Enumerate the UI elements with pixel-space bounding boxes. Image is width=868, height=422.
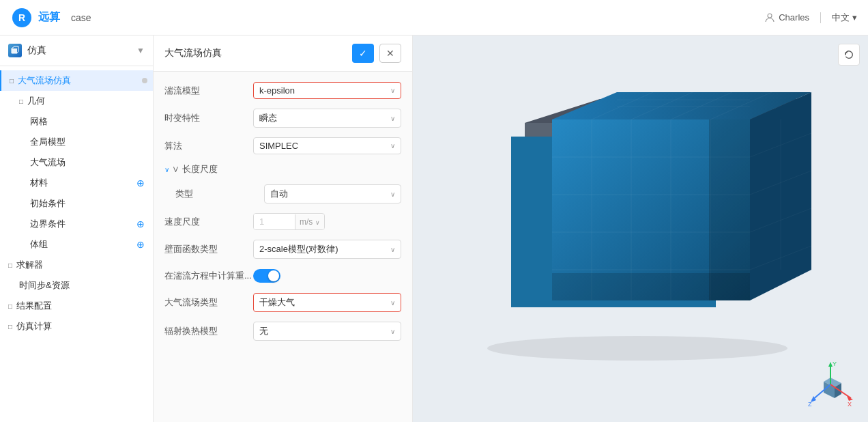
sidebar-item-init-cond[interactable]: 初始条件 — [0, 193, 153, 214]
velocity-input[interactable] — [254, 214, 295, 229]
field-control-velocity: m/s ∨ — [253, 213, 401, 230]
panel-header: 大气流场仿真 ✓ ✕ — [154, 36, 412, 72]
sidebar-header: 仿真 ▼ — [0, 36, 153, 66]
wall-func-value: 2-scale模型(对数律) — [259, 243, 338, 255]
sidebar-item-label: 体组 — [30, 238, 48, 251]
sidebar-item-atm-flow[interactable]: 大气流场 — [0, 152, 153, 173]
field-label-turbulence: 湍流模型 — [164, 85, 253, 97]
section-label-text: ∨ 长度尺度 — [172, 163, 218, 175]
confirm-button[interactable]: ✓ — [352, 44, 374, 63]
expand-icon: □ — [10, 77, 14, 85]
sidebar-item-body-group[interactable]: 体组 ⊕ — [0, 234, 153, 255]
add-boundary-icon[interactable]: ⊕ — [136, 219, 145, 229]
case-label: case — [71, 12, 91, 23]
length-scale-section[interactable]: ∨ ∨ 长度尺度 — [154, 159, 412, 180]
turbulence-toggle[interactable] — [253, 269, 280, 283]
select-arrow-icon: ∨ — [390, 191, 395, 198]
field-label-calc-turbulence: 在湍流方程中计算重... — [164, 270, 253, 282]
topbar: R 远算 case Charles 中文 ▾ — [0, 0, 868, 36]
sidebar-item-sim-calc[interactable]: □ 仿真计算 — [0, 316, 153, 337]
sidebar-item-material[interactable]: 材料 ⊕ — [0, 173, 153, 193]
field-radiation: 辐射换热模型 无 ∨ — [154, 317, 412, 346]
sidebar-header-icon — [8, 44, 22, 57]
logo-icon: R — [11, 7, 33, 29]
add-body-group-icon[interactable]: ⊕ — [136, 239, 145, 250]
velocity-unit: m/s ∨ — [295, 214, 324, 229]
field-control-atm-type: 干燥大气 ∨ — [253, 293, 401, 312]
algorithm-select[interactable]: SIMPLEC ∨ — [253, 137, 401, 154]
field-control-algorithm: SIMPLEC ∨ — [253, 137, 401, 154]
expand-icon: □ — [19, 98, 23, 105]
field-atm-type: 大气流场类型 干燥大气 ∨ — [154, 288, 412, 317]
field-control-radiation: 无 ∨ — [253, 322, 401, 341]
atm-type-select[interactable]: 干燥大气 ∨ — [253, 293, 401, 312]
refresh-button[interactable] — [838, 44, 860, 66]
select-arrow-icon: ∨ — [390, 328, 395, 335]
svg-rect-3 — [12, 48, 17, 53]
refresh-icon — [843, 49, 854, 60]
sidebar-item-mesh[interactable]: 网格 — [0, 111, 153, 132]
sidebar-title: 仿真 — [27, 44, 131, 57]
add-material-icon[interactable]: ⊕ — [136, 178, 145, 188]
field-label-algorithm: 算法 — [164, 140, 253, 152]
cube-icon — [10, 46, 20, 55]
sidebar-item-boundary[interactable]: 边界条件 ⊕ — [0, 214, 153, 234]
field-label-wall-func: 壁面函数类型 — [164, 243, 253, 255]
panel-title: 大气流场仿真 — [164, 47, 222, 59]
type-value: 自动 — [270, 188, 288, 200]
turbulence-model-value: k-epsilon — [259, 85, 295, 96]
cancel-button[interactable]: ✕ — [379, 44, 401, 63]
field-label-atm-type: 大气流场类型 — [164, 296, 253, 309]
sidebar-item-atm-sim[interactable]: □ 大气流场仿真 — [0, 70, 153, 91]
expand-icon: □ — [8, 262, 12, 269]
field-wall-func: 壁面函数类型 2-scale模型(对数律) ∨ — [154, 235, 412, 264]
sidebar-item-label: 求解器 — [16, 259, 43, 271]
user-info[interactable]: Charles — [764, 12, 809, 24]
time-char-select[interactable]: 瞬态 ∨ — [253, 109, 401, 128]
radiation-select[interactable]: 无 ∨ — [253, 322, 401, 341]
sidebar-item-label: 全局模型 — [30, 136, 66, 148]
select-arrow-icon: ∨ — [390, 115, 395, 122]
language-selector[interactable]: 中文 ▾ — [832, 12, 857, 24]
panel-actions: ✓ ✕ — [352, 44, 401, 63]
sidebar-item-result-config[interactable]: □ 结果配置 — [0, 296, 153, 316]
atm-type-value: 干燥大气 — [259, 296, 295, 309]
field-control-turbulence: k-epsilon ∨ — [253, 82, 401, 99]
sidebar-item-label: 大气流场仿真 — [18, 74, 71, 87]
sidebar-item-solver[interactable]: □ 求解器 — [0, 255, 153, 275]
svg-text:Y: Y — [833, 361, 837, 367]
turbulence-model-select[interactable]: k-epsilon ∨ — [253, 82, 401, 99]
field-velocity-scale: 速度尺度 m/s ∨ — [154, 208, 412, 235]
sidebar-item-global-model[interactable]: 全局模型 — [0, 132, 153, 152]
topbar-right: Charles 中文 ▾ — [764, 12, 857, 24]
main-layout: 仿真 ▼ □ 大气流场仿真 □ 几何 网格 全局模型 — [0, 36, 868, 422]
sidebar-arrow-icon[interactable]: ▼ — [136, 46, 145, 55]
field-time-char: 时变特性 瞬态 ∨ — [154, 104, 412, 132]
field-calc-turbulence: 在湍流方程中计算重... — [154, 264, 412, 288]
panel-body: 湍流模型 k-epsilon ∨ 时变特性 瞬态 ∨ — [154, 72, 412, 422]
sidebar-item-label: 材料 — [30, 177, 48, 189]
svg-text:X: X — [848, 401, 852, 408]
user-icon — [764, 12, 776, 24]
type-select[interactable]: 自动 ∨ — [264, 184, 401, 203]
section-expand-icon: ∨ — [164, 166, 169, 173]
sidebar-item-label: 网格 — [30, 115, 48, 128]
svg-marker-33 — [552, 273, 750, 300]
sidebar-item-label: 初始条件 — [30, 197, 66, 210]
axis-widget: Y Z X — [807, 361, 854, 408]
field-turbulence-model: 湍流模型 k-epsilon ∨ — [154, 77, 412, 104]
viewport-toolbar — [838, 44, 860, 66]
wall-func-select[interactable]: 2-scale模型(对数律) ∨ — [253, 240, 401, 259]
field-label-velocity: 速度尺度 — [164, 216, 253, 228]
divider — [820, 12, 821, 23]
field-label-type: 类型 — [175, 188, 264, 200]
sidebar-item-time-resource[interactable]: 时间步&资源 — [0, 275, 153, 296]
time-char-value: 瞬态 — [259, 112, 277, 124]
field-label-time-char: 时变特性 — [164, 112, 253, 124]
sidebar: 仿真 ▼ □ 大气流场仿真 □ 几何 网格 全局模型 — [0, 36, 154, 422]
sidebar-item-geometry[interactable]: □ 几何 — [0, 91, 153, 111]
select-arrow-icon: ∨ — [390, 299, 395, 307]
svg-point-5 — [487, 336, 787, 361]
expand-icon: □ — [8, 323, 12, 330]
svg-point-2 — [768, 14, 772, 18]
